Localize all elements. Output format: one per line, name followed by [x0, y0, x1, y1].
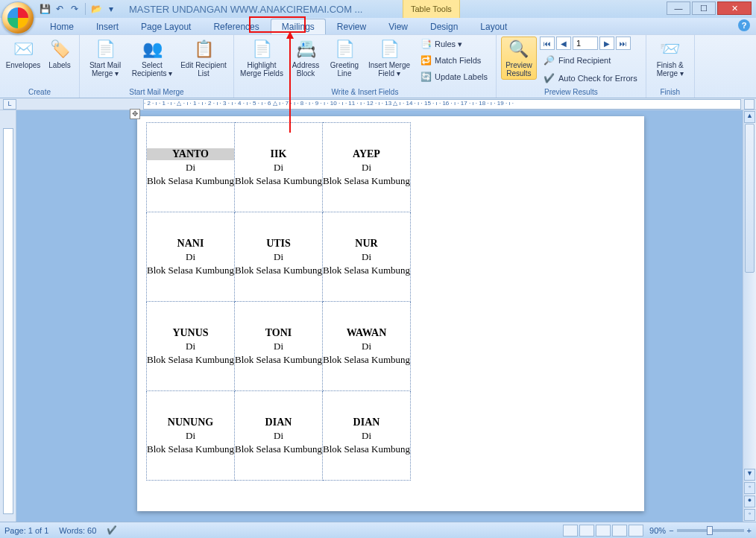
label-cell[interactable]: WAWANDiBlok Selasa Kumbung [323, 302, 411, 391]
zoom-slider-knob[interactable] [707, 526, 713, 535]
zoom-out-button[interactable]: − [669, 526, 673, 535]
tab-references[interactable]: References [202, 19, 270, 34]
find-recipient-button[interactable]: 🔎Find Recipient [540, 53, 641, 68]
label-name: NUNUNG [147, 417, 234, 428]
page-status[interactable]: Page: 1 of 1 [4, 526, 48, 535]
label-di: Di [235, 162, 322, 174]
separator [85, 3, 86, 15]
word-count[interactable]: Words: 60 [59, 526, 96, 535]
label-cell[interactable]: UTISDiBlok Selasa Kumbung [235, 212, 323, 302]
label-cell[interactable]: TONIDiBlok Selasa Kumbung [235, 302, 323, 391]
label-cell[interactable]: DIANDiBlok Selasa Kumbung [235, 391, 323, 481]
browse-object-button[interactable]: ● [744, 496, 755, 507]
maximize-button[interactable]: ☐ [692, 1, 716, 15]
rules-button[interactable]: 📑Rules ▾ [416, 37, 491, 51]
office-button[interactable] [1, 1, 34, 34]
group-preview-results: 🔍Preview Results ⏮ ◀ ▶ ⏭ 🔎Find Recipient… [497, 35, 646, 98]
vertical-scrollbar[interactable]: ▲ ▼ ◦ ● ◦ [743, 110, 756, 522]
zoom-level[interactable]: 90% [649, 526, 666, 535]
match-icon: 🔁 [420, 54, 432, 66]
match-fields-button[interactable]: 🔁Match Fields [416, 53, 491, 68]
next-page-button[interactable]: ◦ [744, 509, 755, 521]
tab-review[interactable]: Review [326, 19, 377, 34]
label-di: Di [323, 430, 410, 442]
label-cell[interactable]: NANIDiBlok Selasa Kumbung [147, 212, 235, 302]
label-name: DIAN [235, 417, 322, 428]
finish-merge-button[interactable]: 📨Finish & Merge ▾ [651, 37, 690, 80]
tab-layout[interactable]: Layout [469, 19, 518, 34]
minimize-button[interactable]: — [667, 1, 690, 15]
zoom-slider[interactable] [677, 529, 744, 532]
open-icon[interactable]: 📂 [90, 3, 102, 15]
label-cell[interactable]: YANTODiBlok Selasa Kumbung [147, 123, 235, 212]
edit-list-icon: 📋 [192, 39, 215, 60]
label-cell[interactable]: NURDiBlok Selasa Kumbung [323, 212, 411, 302]
scroll-thumb[interactable] [745, 124, 755, 273]
prev-page-button[interactable]: ◦ [744, 482, 755, 494]
highlight-icon: 📄 [250, 39, 274, 60]
label-cell[interactable]: NUNUNGDiBlok Selasa Kumbung [147, 391, 235, 481]
proofing-icon[interactable]: ✔️ [107, 525, 117, 535]
save-icon[interactable]: 💾 [39, 3, 51, 15]
web-layout-view-button[interactable] [596, 525, 611, 537]
preview-results-button[interactable]: 🔍Preview Results [501, 37, 537, 80]
window-title: MASTER UNDANGAN WWW.ANAKCIREMAI.COM ... [129, 4, 362, 15]
full-screen-view-button[interactable] [579, 525, 594, 537]
close-button[interactable]: ✕ [717, 1, 752, 15]
tab-mailings[interactable]: Mailings [271, 19, 326, 34]
highlight-merge-fields-button[interactable]: 📄Highlight Merge Fields [239, 37, 285, 80]
label-cell[interactable]: YUNUSDiBlok Selasa Kumbung [147, 302, 235, 391]
start-mail-merge-button[interactable]: 📄Start Mail Merge ▾ [84, 37, 126, 80]
ruler-toggle-button[interactable] [744, 99, 755, 110]
label-cell[interactable]: IIKDiBlok Selasa Kumbung [235, 123, 323, 212]
tab-insert[interactable]: Insert [85, 19, 130, 34]
label-name: NANI [147, 238, 234, 250]
label-di: Di [323, 341, 410, 352]
vertical-ruler[interactable] [0, 110, 16, 522]
address-block-button[interactable]: 📇Address Block [288, 37, 324, 80]
qat-dropdown-icon[interactable]: ▾ [105, 3, 117, 15]
greeting-line-button[interactable]: 📄Greeting Line [327, 37, 362, 80]
labels-button[interactable]: 🏷️Labels [45, 37, 75, 72]
zoom-in-button[interactable]: + [747, 526, 752, 535]
scroll-down-button[interactable]: ▼ [744, 469, 755, 481]
first-record-button[interactable]: ⏮ [540, 37, 555, 50]
label-address: Blok Selasa Kumbung [323, 443, 410, 455]
label-address: Blok Selasa Kumbung [235, 443, 322, 455]
group-label: Create [4, 88, 75, 98]
edit-recipient-list-button[interactable]: 📋Edit Recipient List [178, 37, 229, 80]
record-number-input[interactable] [573, 37, 598, 50]
last-record-button[interactable]: ⏭ [616, 37, 631, 50]
print-layout-view-button[interactable] [563, 525, 578, 537]
scroll-up-button[interactable]: ▲ [744, 111, 755, 123]
horizontal-ruler[interactable]: · 2 · ı · 1 · ı · △ · ı · 1 · ı · 2 · ı … [143, 99, 741, 110]
tab-page-layout[interactable]: Page Layout [130, 19, 202, 34]
label-di: Di [147, 251, 234, 263]
mail-merge-icon: 📄 [93, 39, 117, 60]
draft-view-button[interactable] [629, 525, 643, 537]
table-move-handle-icon[interactable]: ✥ [130, 109, 140, 119]
tab-selector[interactable]: L [3, 99, 16, 110]
undo-icon[interactable]: ↶ [54, 3, 66, 15]
label-cell[interactable]: DIANDiBlok Selasa Kumbung [323, 391, 411, 481]
select-recipients-button[interactable]: 👥Select Recipients ▾ [129, 37, 175, 80]
label-name: WAWAN [323, 327, 410, 339]
help-icon[interactable]: ? [738, 19, 750, 31]
outline-view-button[interactable] [612, 525, 627, 537]
label-cell[interactable]: AYEPDiBlok Selasa Kumbung [323, 123, 411, 212]
tab-design[interactable]: Design [419, 19, 469, 34]
insert-merge-field-button[interactable]: 📄Insert Merge Field ▾ [365, 37, 413, 80]
auto-check-errors-button[interactable]: ✔️Auto Check for Errors [540, 71, 641, 86]
redo-icon[interactable]: ↷ [69, 3, 81, 15]
tab-home[interactable]: Home [39, 19, 85, 34]
next-record-button[interactable]: ▶ [599, 37, 614, 50]
rules-icon: 📑 [420, 38, 432, 50]
document-page[interactable]: ✥ YANTODiBlok Selasa KumbungIIKDiBlok Se… [137, 116, 644, 511]
tab-view[interactable]: View [377, 19, 419, 34]
document-area: ✥ YANTODiBlok Selasa KumbungIIKDiBlok Se… [0, 110, 756, 522]
prev-record-button[interactable]: ◀ [556, 37, 571, 50]
envelope-icon: ✉️ [11, 39, 35, 60]
envelopes-button[interactable]: ✉️Envelopes [4, 37, 42, 72]
label-address: Blok Selasa Kumbung [235, 175, 322, 187]
update-labels-button[interactable]: 🔄Update Labels [416, 69, 491, 84]
